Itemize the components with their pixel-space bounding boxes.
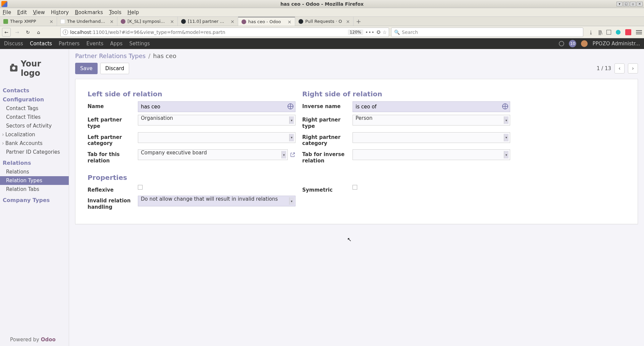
sidebar-item-partner-id-categories[interactable]: Partner ID Categories [0,148,69,156]
nav-forward-button[interactable]: → [13,28,21,37]
menu-help[interactable]: Help [127,9,139,15]
topmenu-discuss[interactable]: Discuss [4,41,23,47]
downloads-icon[interactable]: ⭳ [589,30,593,35]
topmenu-settings[interactable]: Settings [129,41,150,47]
tab-pull-requests[interactable]: Pull Requests · O × [295,17,354,26]
tab-ksl-symposium[interactable]: [K_SL] symposium × [117,17,178,26]
reader-icon[interactable]: ✪ [377,30,381,35]
tab-label: Pull Requests · O [305,19,342,24]
right-title: Right side of relation [302,90,510,98]
right-partner-type-select[interactable]: Person▾ [353,115,510,126]
sidebar-sec-contacts[interactable]: Contacts [0,86,69,95]
external-link-icon[interactable] [290,152,296,158]
sidebar-sec-relations[interactable]: Relations [0,158,69,167]
topmenu-contacts[interactable]: Contacts [30,41,52,47]
zoom-indicator[interactable]: 120% [348,30,363,35]
left-partner-type-select[interactable]: Organisation▾ [138,115,296,126]
site-info-icon[interactable]: i [63,30,68,35]
tab-close-icon[interactable]: × [108,19,114,24]
tab-has-ceo[interactable]: has ceo - Odoo × [238,17,295,26]
menu-edit[interactable]: Edit [17,9,27,15]
translate-icon[interactable] [502,103,508,109]
sidebar-sec-company-types[interactable]: Company Types [0,196,69,205]
sidebar-item-relations[interactable]: Relations [0,167,69,176]
nav-reload-button[interactable]: ↻ [23,28,32,37]
breadcrumb-sep: / [148,52,150,59]
menu-bookmarks[interactable]: Bookmarks [75,9,103,15]
window-max-button[interactable]: ▫ [630,2,636,6]
tab-close-icon[interactable]: × [47,19,53,24]
window-min-button[interactable]: ▾ [616,2,623,6]
tab-close-icon[interactable]: × [285,19,291,24]
logo[interactable]: Your logo [0,59,69,86]
name-label: Name [88,101,138,110]
caret-down-icon: ▾ [281,151,286,158]
extension-icon[interactable] [616,30,621,35]
tab-underhanded[interactable]: The Underhanded C × [57,17,117,26]
user-name[interactable]: PPOZO Administr... [592,41,640,47]
firefox-icon [1,1,7,7]
menu-file[interactable]: File [3,9,11,15]
messaging-badge[interactable]: 10 [569,40,576,47]
odoo-topbar: Discuss Contacts Partners Events Apps Se… [0,38,644,49]
tab-label: [K_SL] symposium [127,19,166,24]
search-icon: 🔍 [394,30,400,35]
sidebar-item-contact-tags[interactable]: Contact Tags [0,104,69,113]
sidebar-sec-configuration[interactable]: Configuration [0,95,69,104]
invalid-handling-select[interactable]: Do not allow change that will result in … [138,196,296,206]
right-partner-type-label: Right partner type [302,115,353,130]
pager-prev-button[interactable]: ‹ [614,63,625,73]
symmetric-checkbox[interactable] [353,185,357,190]
sidebar-item-relation-tabs[interactable]: Relation Tabs [0,185,69,194]
caret-down-icon: ▾ [504,134,508,141]
tab-close-icon[interactable]: × [168,19,174,24]
pager-text: 1 / 13 [597,65,611,71]
save-button[interactable]: Save [75,63,98,74]
library-icon[interactable]: |||\ [598,30,602,35]
menu-tools[interactable]: Tools [109,9,121,15]
pocket-icon[interactable] [625,29,631,35]
favicon-odoo-icon [241,19,246,24]
menu-view[interactable]: View [33,9,45,15]
left-partner-category-select[interactable]: ▾ [138,132,296,143]
bookmark-star-icon[interactable]: ☆ [382,30,387,35]
discard-button[interactable]: Discard [100,63,129,74]
window-restore-button[interactable]: ◱ [623,2,629,6]
sidebar-item-localization[interactable]: Localization [0,130,69,139]
topmenu-partners[interactable]: Partners [59,41,79,47]
nav-home-button[interactable]: ⌂ [34,28,43,37]
favicon-github-icon [299,19,303,24]
sidebar-item-contact-titles[interactable]: Contact Titles [0,113,69,121]
sidebar-item-bank-accounts[interactable]: Bank Accounts [0,139,69,148]
name-input[interactable] [138,101,296,112]
pager-next-button[interactable]: › [628,63,638,73]
topmenu-events[interactable]: Events [86,41,103,47]
sidebar-toggle-icon[interactable] [606,30,611,35]
url-bar[interactable]: i localhost:11001/web?#id=96&view_type=f… [60,28,389,37]
properties-right-group: . Symmetric [302,174,510,213]
reflexive-checkbox[interactable] [138,185,143,190]
tab-therp-xmpp[interactable]: Therp XMPP × [0,17,57,26]
tab-close-icon[interactable]: × [344,19,350,24]
user-avatar-icon[interactable] [581,40,588,47]
tab-for-inverse-select[interactable]: ▾ [353,149,510,160]
menu-history[interactable]: History [51,9,69,15]
tab-partner-mu[interactable]: [11.0] partner mu × [178,17,238,26]
nav-back-button[interactable]: ← [2,28,11,37]
new-tab-button[interactable]: + [354,17,364,26]
inverse-name-input[interactable] [353,101,510,112]
breadcrumb-parent[interactable]: Partner Relations Types [75,52,146,59]
translate-icon[interactable] [287,103,293,109]
left-relation-group: Left side of relation Name Left partner … [88,90,296,167]
menu-hamburger-icon[interactable] [636,29,642,35]
topmenu-apps[interactable]: Apps [110,41,122,47]
tab-close-icon[interactable]: × [228,19,234,24]
window-close-button[interactable]: ✕ [637,2,643,6]
sidebar-item-sectors[interactable]: Sectors of Activity [0,121,69,130]
tab-for-relation-select[interactable]: Company executive board▾ [138,149,288,160]
page-actions-icon[interactable]: ••• [365,30,375,35]
activities-clock-icon[interactable] [559,41,564,46]
search-box[interactable]: 🔍 Search [391,28,583,37]
sidebar-item-relation-types[interactable]: Relation Types [0,176,69,185]
right-partner-category-select[interactable]: ▾ [353,132,510,143]
